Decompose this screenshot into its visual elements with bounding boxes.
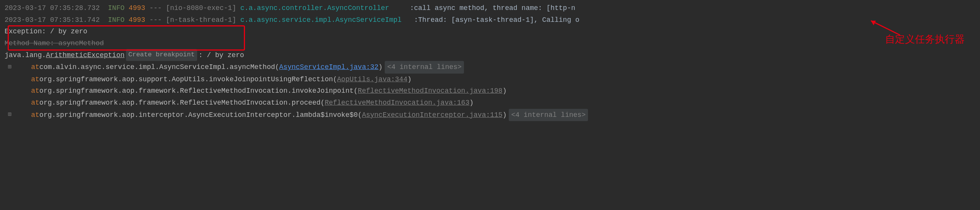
log-level: INFO [108, 2, 124, 14]
stack-method: org.springframework.aop.framework.Reflec… [39, 85, 358, 97]
separator: : [410, 2, 414, 14]
stack-frame: at org.springframework.aop.support.AopUt… [0, 74, 980, 85]
stack-frame: at org.springframework.aop.framework.Ref… [0, 97, 980, 109]
folded-frames[interactable]: <4 internal lines> [509, 109, 588, 121]
stack-frame: ⊞ at com.alvin.async.service.impl.AsyncS… [0, 61, 980, 74]
close-paren: ) [379, 61, 383, 73]
dash: --- [149, 14, 162, 26]
separator: : [414, 14, 418, 26]
expand-icon[interactable]: ⊞ [5, 110, 15, 120]
stack-method: org.springframework.aop.support.AopUtils… [39, 74, 337, 85]
thread: [n-task-thread-1] [166, 14, 236, 26]
dash: --- [149, 2, 162, 14]
at-keyword: at [31, 85, 39, 97]
log-message: Thread: [asyn-task-thread-1], Calling o [418, 14, 579, 26]
close-paren: ) [503, 85, 507, 97]
exception-message: : / by zero [199, 49, 244, 61]
source-link[interactable]: AsyncServiceImpl.java:32 [279, 61, 378, 73]
method-name-line: Method Name: asyncMethod [0, 38, 980, 49]
log-line: 2023-03-17 07:35:28.732 INFO 4993 --- [n… [0, 2, 980, 14]
timestamp: 2023-03-17 07:35:31.742 [5, 14, 100, 26]
source-link[interactable]: ReflectiveMethodInvocation.java:163 [325, 97, 469, 109]
timestamp: 2023-03-17 07:35:28.732 [5, 2, 100, 14]
stack-method: org.springframework.aop.interceptor.Asyn… [39, 109, 362, 121]
stack-frame: at org.springframework.aop.framework.Ref… [0, 85, 980, 97]
close-paren: ) [469, 97, 474, 109]
exception-class-line: java.lang.ArithmeticException Create bre… [0, 49, 980, 61]
source-link[interactable]: ReflectiveMethodInvocation.java:198 [358, 85, 503, 97]
exception-text: Exception: / by zero [5, 26, 87, 38]
exception-package: java.lang. [5, 49, 46, 61]
pid: 4993 [129, 14, 145, 26]
log-line: 2023-03-17 07:35:31.742 INFO 4993 --- [n… [0, 14, 980, 26]
logger-name: c.a.async.controller.AsyncController [240, 2, 389, 14]
create-breakpoint-button[interactable]: Create breakpoint [126, 49, 197, 61]
stack-frame: ⊞ at org.springframework.aop.interceptor… [0, 109, 980, 121]
at-keyword: at [31, 109, 39, 121]
at-keyword: at [31, 97, 39, 109]
close-paren: ) [407, 74, 412, 85]
exception-class-link[interactable]: ArithmeticException [46, 51, 124, 59]
folded-frames[interactable]: <4 internal lines> [385, 61, 464, 74]
source-link[interactable]: AsyncExecutionInterceptor.java:115 [362, 109, 502, 121]
at-keyword: at [31, 61, 39, 73]
exception-line: Exception: / by zero [0, 26, 980, 38]
source-link[interactable]: AopUtils.java:344 [337, 74, 408, 85]
log-message: call async method, thread name: [http-n [414, 2, 575, 14]
stack-method: com.alvin.async.service.impl.AsyncServic… [39, 61, 279, 73]
stack-method: org.springframework.aop.framework.Reflec… [39, 97, 325, 109]
close-paren: ) [503, 109, 507, 121]
method-name-text: Method Name: asyncMethod [5, 38, 104, 49]
logger-name: c.a.async.service.impl.AsyncServiceImpl [240, 14, 402, 26]
at-keyword: at [31, 74, 39, 85]
pid: 4993 [129, 2, 145, 14]
thread: [nio-8080-exec-1] [166, 2, 236, 14]
log-level: INFO [108, 14, 124, 26]
expand-icon[interactable]: ⊞ [5, 62, 15, 72]
